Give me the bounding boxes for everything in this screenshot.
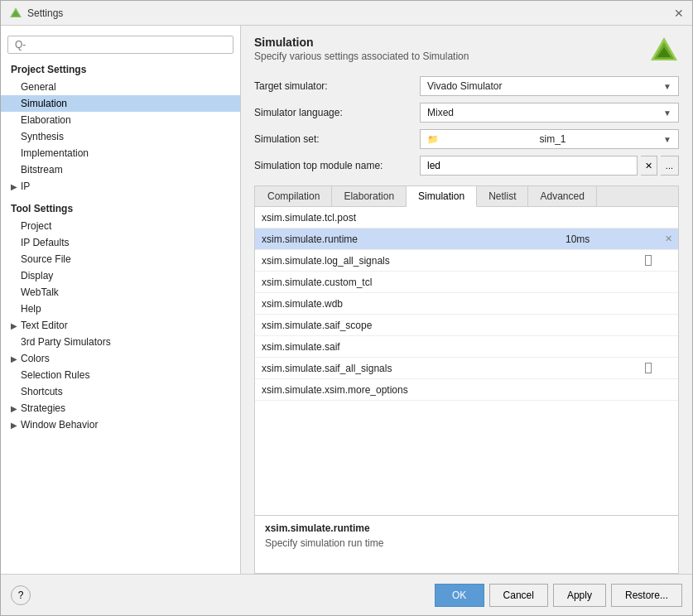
sidebar-item-ip-defaults[interactable]: IP Defaults [1,234,240,251]
sidebar-item-general[interactable]: General [1,79,240,95]
target-simulator-dropdown[interactable]: Vivado Simulator ▼ [420,76,679,96]
simulation-set-control: 📁 sim_1 ▼ [420,129,679,149]
tab-netlist[interactable]: Netlist [477,186,528,206]
row-name: xsim.simulate.saif [255,338,559,356]
sidebar-item-elaboration[interactable]: Elaboration [1,112,240,128]
help-button[interactable]: ? [11,585,31,605]
row-name: xsim.simulate.custom_tcl [255,273,559,291]
project-settings-label: Project Settings [1,60,240,79]
sidebar-item-synthesis[interactable]: Synthesis [1,128,240,145]
sidebar-item-project[interactable]: Project [1,218,240,234]
tabs-container: Compilation Elaboration Simulation Netli… [254,185,679,574]
top-module-row: Simulation top module name: ✕ ... [254,156,679,176]
top-module-label: Simulation top module name: [254,160,420,171]
table-row[interactable]: xsim.simulate.wdb [255,293,678,315]
sidebar-item-window-behavior[interactable]: ▶ Window Behavior [1,416,240,433]
panel-title: Simulation [254,36,469,49]
sidebar-item-implementation[interactable]: Implementation [1,145,240,161]
settings-table: xsim.simulate.tcl.post xsim.simulate.run… [255,207,678,515]
app-icon [9,7,22,20]
row-value [559,322,658,329]
sidebar-item-display[interactable]: Display [1,267,240,284]
apply-button[interactable]: Apply [553,584,606,607]
row-name: xsim.simulate.saif_all_signals [255,359,638,378]
text-editor-label: Text Editor [21,320,68,331]
target-simulator-control: Vivado Simulator ▼ [420,76,679,96]
ok-button[interactable]: OK [435,584,484,607]
simulator-language-row: Simulator language: Mixed ▼ [254,103,679,123]
simulation-set-value: sim_1 [540,133,566,145]
row-clear-icon[interactable]: ✕ [665,233,672,244]
row-value [559,214,658,221]
sidebar-item-simulation[interactable]: Simulation [1,95,240,112]
window-behavior-expand-arrow: ▶ [11,421,17,430]
tabs-bar: Compilation Elaboration Simulation Netli… [255,186,678,207]
top-module-input[interactable] [420,156,638,176]
row-value [559,344,658,350]
row-name: xsim.simulate.tcl.post [255,209,559,227]
bottom-left: ? [11,585,31,605]
sidebar-item-help[interactable]: Help [1,301,240,317]
description-title: xsim.simulate.runtime [265,522,668,534]
sidebar-item-webtalk[interactable]: WebTalk [1,284,240,301]
target-simulator-label: Target simulator: [254,80,420,92]
table-row[interactable]: xsim.simulate.saif_scope [255,315,678,336]
restore-button[interactable]: Restore... [611,584,682,607]
close-button[interactable]: ✕ [674,7,684,19]
row-action: ✕ [658,233,678,244]
sidebar-item-ip[interactable]: ▶ IP [1,178,240,195]
row-name: xsim.simulate.wdb [255,295,559,313]
bottom-bar: ? OK Cancel Apply Restore... [1,574,692,615]
row-name: xsim.simulate.runtime [255,230,559,248]
simulator-language-dropdown[interactable]: Mixed ▼ [420,103,679,123]
colors-label: Colors [21,353,50,364]
tab-elaboration[interactable]: Elaboration [332,186,407,206]
target-simulator-row: Target simulator: Vivado Simulator ▼ [254,76,679,96]
ip-expand-arrow: ▶ [11,182,17,191]
search-input[interactable] [7,36,233,54]
table-row[interactable]: xsim.simulate.tcl.post [255,207,678,229]
tool-settings-label: Tool Settings [1,200,240,218]
top-module-more-button[interactable]: ... [661,156,679,176]
simulator-language-control: Mixed ▼ [420,103,679,123]
tab-advanced[interactable]: Advanced [528,186,596,206]
row-name: xsim.simulate.log_all_signals [255,252,638,270]
row-value [559,301,658,307]
titlebar: Settings ✕ [1,1,692,26]
sidebar-item-selection-rules[interactable]: Selection Rules [1,367,240,383]
target-simulator-arrow: ▼ [663,82,671,91]
table-row[interactable]: xsim.simulate.saif_all_signals [255,358,678,379]
checkbox[interactable] [645,255,652,266]
cancel-button[interactable]: Cancel [489,584,548,607]
sidebar-item-strategies[interactable]: ▶ Strategies [1,400,240,416]
table-row[interactable]: xsim.simulate.log_all_signals [255,250,678,272]
table-row[interactable]: xsim.simulate.runtime 10ms ✕ [255,229,678,250]
sidebar-item-bitstream[interactable]: Bitstream [1,161,240,178]
table-row[interactable]: xsim.simulate.custom_tcl [255,272,678,293]
description-panel: xsim.simulate.runtime Specify simulation… [255,515,678,573]
sidebar-item-text-editor[interactable]: ▶ Text Editor [1,317,240,334]
description-text: Specify simulation run time [265,537,668,549]
checkbox[interactable] [645,363,652,373]
strategies-expand-arrow: ▶ [11,404,17,413]
tab-compilation[interactable]: Compilation [255,186,332,206]
simulation-set-arrow: ▼ [663,135,671,144]
table-row[interactable]: xsim.simulate.xsim.more_options [255,379,678,401]
sidebar-item-colors[interactable]: ▶ Colors [1,350,240,367]
bottom-right: OK Cancel Apply Restore... [435,584,682,607]
titlebar-left: Settings [9,7,63,20]
top-module-clear-button[interactable]: ✕ [641,156,657,176]
sidebar-item-shortcuts[interactable]: Shortcuts [1,383,240,400]
simulation-set-row: Simulation set: 📁 sim_1 ▼ [254,129,679,149]
table-row[interactable]: xsim.simulate.saif [255,336,678,358]
main-content: Project Settings General Simulation Elab… [1,26,692,574]
settings-window: Settings ✕ Project Settings General Simu… [0,0,693,616]
panel-header: Simulation Specify various settings asso… [254,36,679,68]
text-editor-expand-arrow: ▶ [11,321,17,330]
tab-simulation[interactable]: Simulation [407,186,477,207]
simulation-set-dropdown[interactable]: 📁 sim_1 ▼ [420,129,679,149]
logo-svg [649,36,679,65]
sidebar-item-third-party[interactable]: 3rd Party Simulators [1,334,240,350]
row-checkbox [638,359,658,377]
sidebar-item-source-file[interactable]: Source File [1,251,240,267]
